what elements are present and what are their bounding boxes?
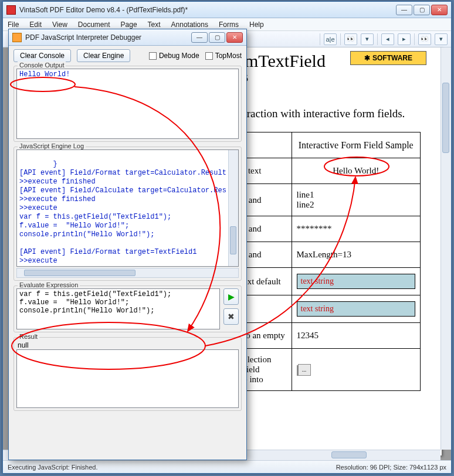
- engine-log-text: } [API event] Field/Format target=Calcul…: [19, 160, 226, 267]
- cell-sample[interactable]: line1 line2: [292, 184, 421, 216]
- menu-annotations[interactable]: Annotations: [171, 21, 208, 29]
- menu-document[interactable]: Document: [78, 21, 110, 29]
- group-label: Console Output: [18, 62, 66, 69]
- evaluate-expression-group: Evaluate Expression var f = this.getFiel…: [13, 285, 242, 332]
- table-row: ) and line1 line2: [239, 184, 421, 216]
- minimize-button[interactable]: —: [396, 5, 412, 15]
- debug-mode-checkbox[interactable]: Debug Mode: [149, 52, 199, 60]
- cell-sample: ...: [292, 349, 421, 391]
- checkbox-icon: [205, 52, 213, 60]
- cell-sample: text string: [292, 295, 421, 323]
- log-hscrollbar[interactable]: [16, 268, 239, 278]
- page-heading-line2: 15: [239, 73, 430, 84]
- menu-help[interactable]: Help: [249, 21, 264, 29]
- table-row: to an empty 12345: [239, 323, 421, 349]
- blue-textfield[interactable]: text string: [297, 274, 416, 289]
- main-titlebar[interactable]: VintaSoft PDF Editor Demo v8.4 - (PdfTex…: [3, 2, 451, 18]
- statusbar: Executing JavaScript: Finished. Resoluti…: [3, 460, 451, 473]
- page-intro: teraction with interactive form fields.: [239, 107, 430, 120]
- tool-dropdown-icon[interactable]: ▾: [361, 33, 374, 45]
- main-title: VintaSoft PDF Editor Demo v8.4 - (PdfTex…: [19, 6, 396, 14]
- checkbox-icon: [149, 52, 157, 60]
- engine-log-group: JavaScript Engine Log } [API event] Fiel…: [13, 147, 242, 281]
- scroll-thumb[interactable]: [24, 270, 135, 276]
- status-right: Resolution: 96 DPI; Size: 794x1123 px: [336, 464, 446, 471]
- topmost-checkbox[interactable]: TopMost: [205, 52, 242, 60]
- menu-forms[interactable]: Forms: [219, 21, 239, 29]
- browse-button[interactable]: ...: [298, 364, 311, 376]
- blue-textfield[interactable]: text string: [297, 301, 416, 317]
- table-row: text string: [239, 295, 421, 323]
- run-button[interactable]: ▶: [223, 288, 239, 305]
- toolbar-sep: [414, 33, 415, 45]
- checkbox-label: Debug Mode: [159, 52, 199, 60]
- scroll-thumb[interactable]: [442, 83, 449, 153]
- table-row: ext default text string: [239, 268, 421, 295]
- tool-binoculars2-icon[interactable]: 👀: [418, 33, 431, 45]
- dbg-close-button[interactable]: ✕: [226, 32, 243, 43]
- evaluate-input[interactable]: var f = this.getField("TextField1"); f.v…: [16, 288, 220, 329]
- scroll-thumb[interactable]: [230, 226, 236, 254]
- tool-prev-icon[interactable]: ◂: [381, 33, 394, 45]
- group-label: Evaluate Expression: [18, 281, 80, 288]
- form-table: Interactive Form Field Sample : text Hel…: [239, 132, 421, 391]
- cell-sample[interactable]: ********: [292, 216, 421, 242]
- checkbox-label: TopMost: [215, 52, 242, 60]
- debugger-title: PDF JavaScript Interpreter Debugger: [25, 33, 191, 42]
- toolbar-sep: [320, 33, 320, 45]
- log-scrollbar[interactable]: [228, 150, 238, 266]
- console-output[interactable]: Hello World!: [16, 69, 239, 139]
- cell-sample[interactable]: Hello World!: [292, 158, 421, 184]
- console-output-group: Console Output Hello World!: [13, 66, 242, 142]
- menu-text[interactable]: Text: [148, 21, 161, 29]
- status-left: Executing JavaScript: Finished.: [8, 464, 97, 471]
- menu-page[interactable]: Page: [121, 21, 137, 29]
- dbg-maximize-button[interactable]: ▢: [209, 32, 225, 43]
- engine-log[interactable]: } [API event] Field/Format target=Calcul…: [16, 149, 239, 267]
- cell-sample[interactable]: MaxLength=13: [292, 242, 421, 268]
- result-value: null: [16, 340, 239, 349]
- clear-console-button[interactable]: Clear Console: [13, 49, 71, 62]
- app-icon: [6, 5, 16, 15]
- group-label: JavaScript Engine Log: [18, 142, 86, 149]
- clear-engine-button[interactable]: Clear Engine: [77, 49, 130, 62]
- result-output[interactable]: [16, 349, 239, 408]
- vertical-scrollbar[interactable]: [441, 47, 451, 450]
- tool-text-icon[interactable]: a|e: [324, 33, 337, 45]
- scroll-thumb[interactable]: [331, 451, 367, 458]
- close-button[interactable]: ✕: [431, 5, 448, 15]
- cell-sample[interactable]: 12345: [292, 323, 421, 349]
- debugger-titlebar[interactable]: PDF JavaScript Interpreter Debugger — ▢ …: [9, 29, 246, 46]
- table-row: : text Hello World!: [239, 158, 421, 184]
- maximize-button[interactable]: ▢: [414, 5, 430, 15]
- page-heading: rmTextField: [239, 51, 430, 71]
- table-row: ) and MaxLength=13: [239, 242, 421, 268]
- table-header-right: Interactive Form Field Sample: [292, 132, 421, 158]
- tool-binoculars-icon[interactable]: 👀: [344, 33, 357, 45]
- cell-sample: text string: [292, 268, 421, 295]
- tool-dropdown2-icon[interactable]: ▾: [435, 33, 448, 45]
- tool-next-icon[interactable]: ▸: [398, 33, 411, 45]
- toolbar-sep: [377, 33, 378, 45]
- group-label: Result: [18, 333, 39, 340]
- table-row: election field e into ...: [239, 349, 421, 391]
- debugger-window: PDF JavaScript Interpreter Debugger — ▢ …: [8, 29, 247, 460]
- result-group: Result null: [13, 337, 242, 411]
- menu-file[interactable]: File: [8, 21, 19, 29]
- menu-view[interactable]: View: [52, 21, 67, 29]
- menu-edit[interactable]: Edit: [29, 21, 42, 29]
- dbg-minimize-button[interactable]: —: [191, 32, 208, 43]
- debugger-icon: [12, 33, 22, 42]
- table-row: ) and ********: [239, 216, 421, 242]
- toolbar-sep: [340, 33, 341, 45]
- delete-button[interactable]: ✖: [223, 308, 239, 325]
